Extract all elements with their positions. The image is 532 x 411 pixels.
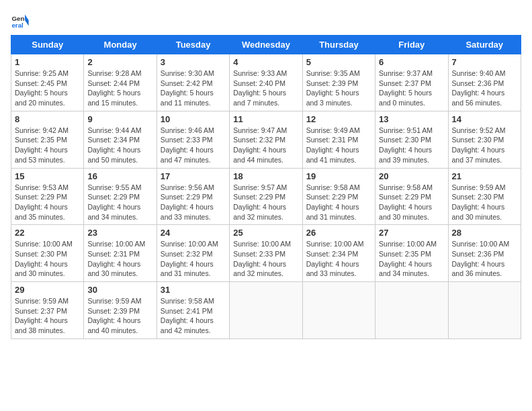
- day-info: Sunrise: 9:52 AM Sunset: 2:30 PM Dayligh…: [452, 126, 517, 165]
- day-info: Sunrise: 9:59 AM Sunset: 2:39 PM Dayligh…: [87, 296, 152, 336]
- calendar-cell: 1 Sunrise: 9:25 AM Sunset: 2:45 PM Dayli…: [11, 54, 84, 111]
- weekday-header-tuesday: Tuesday: [157, 36, 229, 54]
- day-number: 31: [161, 285, 226, 295]
- day-number: 30: [87, 285, 152, 295]
- day-number: 29: [15, 285, 80, 295]
- day-info: Sunrise: 9:42 AM Sunset: 2:35 PM Dayligh…: [15, 126, 80, 165]
- day-info: Sunrise: 9:56 AM Sunset: 2:29 PM Dayligh…: [161, 183, 226, 222]
- day-info: Sunrise: 10:00 AM Sunset: 2:36 PM Daylig…: [452, 239, 517, 279]
- day-info: Sunrise: 9:40 AM Sunset: 2:36 PM Dayligh…: [452, 68, 517, 108]
- calendar-cell: 27 Sunrise: 10:00 AM Sunset: 2:35 PM Day…: [375, 225, 448, 282]
- logo: Gen eral: [11, 11, 32, 30]
- calendar-cell: 29 Sunrise: 9:59 AM Sunset: 2:37 PM Dayl…: [11, 282, 84, 339]
- calendar-cell: [302, 282, 375, 339]
- calendar-cell: 17 Sunrise: 9:56 AM Sunset: 2:29 PM Dayl…: [157, 168, 229, 225]
- day-number: 11: [233, 114, 298, 124]
- weekday-header-friday: Friday: [375, 36, 448, 54]
- calendar-cell: [375, 282, 448, 339]
- calendar-table: SundayMondayTuesdayWednesdayThursdayFrid…: [11, 35, 521, 339]
- calendar-cell: 25 Sunrise: 10:00 AM Sunset: 2:33 PM Day…: [230, 225, 302, 282]
- day-info: Sunrise: 10:00 AM Sunset: 2:35 PM Daylig…: [379, 239, 444, 279]
- calendar-cell: 30 Sunrise: 9:59 AM Sunset: 2:39 PM Dayl…: [84, 282, 157, 339]
- day-number: 19: [306, 171, 371, 181]
- calendar-week-4: 22 Sunrise: 10:00 AM Sunset: 2:30 PM Day…: [11, 225, 521, 282]
- calendar-cell: 8 Sunrise: 9:42 AM Sunset: 2:35 PM Dayli…: [11, 111, 84, 168]
- day-number: 25: [233, 228, 298, 238]
- svg-marker-3: [25, 20, 29, 26]
- day-info: Sunrise: 9:58 AM Sunset: 2:29 PM Dayligh…: [379, 183, 444, 222]
- calendar-cell: 21 Sunrise: 9:59 AM Sunset: 2:30 PM Dayl…: [448, 168, 521, 225]
- weekday-header-wednesday: Wednesday: [230, 36, 302, 54]
- day-info: Sunrise: 9:37 AM Sunset: 2:37 PM Dayligh…: [379, 68, 444, 108]
- day-info: Sunrise: 9:58 AM Sunset: 2:41 PM Dayligh…: [161, 296, 226, 336]
- calendar-cell: 10 Sunrise: 9:46 AM Sunset: 2:33 PM Dayl…: [157, 111, 229, 168]
- day-info: Sunrise: 9:30 AM Sunset: 2:42 PM Dayligh…: [161, 68, 226, 108]
- calendar-week-3: 15 Sunrise: 9:53 AM Sunset: 2:29 PM Dayl…: [11, 168, 521, 225]
- calendar-week-1: 1 Sunrise: 9:25 AM Sunset: 2:45 PM Dayli…: [11, 54, 521, 111]
- calendar-cell: [448, 282, 521, 339]
- calendar-week-2: 8 Sunrise: 9:42 AM Sunset: 2:35 PM Dayli…: [11, 111, 521, 168]
- day-info: Sunrise: 9:47 AM Sunset: 2:32 PM Dayligh…: [233, 126, 298, 165]
- weekday-header-monday: Monday: [84, 36, 157, 54]
- day-number: 17: [161, 171, 226, 181]
- day-number: 22: [15, 228, 80, 238]
- day-number: 8: [15, 114, 80, 124]
- day-number: 13: [379, 114, 444, 124]
- calendar-cell: 20 Sunrise: 9:58 AM Sunset: 2:29 PM Dayl…: [375, 168, 448, 225]
- day-number: 14: [452, 114, 517, 124]
- day-number: 7: [452, 57, 517, 67]
- day-number: 26: [306, 228, 371, 238]
- day-number: 4: [233, 57, 298, 67]
- day-info: Sunrise: 10:00 AM Sunset: 2:30 PM Daylig…: [15, 239, 80, 279]
- calendar-cell: [230, 282, 302, 339]
- day-number: 16: [87, 171, 152, 181]
- day-number: 21: [452, 171, 517, 181]
- calendar-cell: 23 Sunrise: 10:00 AM Sunset: 2:31 PM Day…: [84, 225, 157, 282]
- day-info: Sunrise: 9:49 AM Sunset: 2:31 PM Dayligh…: [306, 126, 371, 165]
- calendar-cell: 11 Sunrise: 9:47 AM Sunset: 2:32 PM Dayl…: [230, 111, 302, 168]
- calendar-cell: 31 Sunrise: 9:58 AM Sunset: 2:41 PM Dayl…: [157, 282, 229, 339]
- calendar-cell: 26 Sunrise: 10:00 AM Sunset: 2:34 PM Day…: [302, 225, 375, 282]
- calendar-cell: 4 Sunrise: 9:33 AM Sunset: 2:40 PM Dayli…: [230, 54, 302, 111]
- day-info: Sunrise: 9:44 AM Sunset: 2:34 PM Dayligh…: [87, 126, 152, 165]
- day-info: Sunrise: 9:55 AM Sunset: 2:29 PM Dayligh…: [87, 183, 152, 222]
- day-number: 12: [306, 114, 371, 124]
- day-number: 27: [379, 228, 444, 238]
- day-info: Sunrise: 9:58 AM Sunset: 2:29 PM Dayligh…: [306, 183, 371, 222]
- calendar-cell: 14 Sunrise: 9:52 AM Sunset: 2:30 PM Dayl…: [448, 111, 521, 168]
- day-info: Sunrise: 9:35 AM Sunset: 2:39 PM Dayligh…: [306, 68, 371, 108]
- day-number: 24: [161, 228, 226, 238]
- calendar-cell: 24 Sunrise: 10:00 AM Sunset: 2:32 PM Day…: [157, 225, 229, 282]
- day-info: Sunrise: 10:00 AM Sunset: 2:31 PM Daylig…: [87, 239, 152, 279]
- day-number: 6: [379, 57, 444, 67]
- logo-icon: Gen eral: [11, 11, 30, 30]
- day-number: 3: [161, 57, 226, 67]
- calendar-cell: 28 Sunrise: 10:00 AM Sunset: 2:36 PM Day…: [448, 225, 521, 282]
- day-number: 9: [87, 114, 152, 124]
- calendar-cell: 9 Sunrise: 9:44 AM Sunset: 2:34 PM Dayli…: [84, 111, 157, 168]
- calendar-cell: 18 Sunrise: 9:57 AM Sunset: 2:29 PM Dayl…: [230, 168, 302, 225]
- day-number: 1: [15, 57, 80, 67]
- calendar-cell: 19 Sunrise: 9:58 AM Sunset: 2:29 PM Dayl…: [302, 168, 375, 225]
- header: Gen eral: [11, 11, 521, 30]
- calendar-cell: 5 Sunrise: 9:35 AM Sunset: 2:39 PM Dayli…: [302, 54, 375, 111]
- day-info: Sunrise: 9:59 AM Sunset: 2:30 PM Dayligh…: [452, 183, 517, 222]
- day-info: Sunrise: 9:46 AM Sunset: 2:33 PM Dayligh…: [161, 126, 226, 165]
- calendar-cell: 16 Sunrise: 9:55 AM Sunset: 2:29 PM Dayl…: [84, 168, 157, 225]
- day-info: Sunrise: 9:53 AM Sunset: 2:29 PM Dayligh…: [15, 183, 80, 222]
- day-number: 28: [452, 228, 517, 238]
- calendar-cell: 7 Sunrise: 9:40 AM Sunset: 2:36 PM Dayli…: [448, 54, 521, 111]
- day-number: 20: [379, 171, 444, 181]
- day-info: Sunrise: 9:25 AM Sunset: 2:45 PM Dayligh…: [15, 68, 80, 108]
- day-number: 5: [306, 57, 371, 67]
- day-info: Sunrise: 10:00 AM Sunset: 2:33 PM Daylig…: [233, 239, 298, 279]
- calendar-cell: 12 Sunrise: 9:49 AM Sunset: 2:31 PM Dayl…: [302, 111, 375, 168]
- calendar-cell: 13 Sunrise: 9:51 AM Sunset: 2:30 PM Dayl…: [375, 111, 448, 168]
- day-info: Sunrise: 9:33 AM Sunset: 2:40 PM Dayligh…: [233, 68, 298, 108]
- day-info: Sunrise: 10:00 AM Sunset: 2:34 PM Daylig…: [306, 239, 371, 279]
- day-info: Sunrise: 9:51 AM Sunset: 2:30 PM Dayligh…: [379, 126, 444, 165]
- weekday-header-thursday: Thursday: [302, 36, 375, 54]
- day-number: 15: [15, 171, 80, 181]
- day-number: 23: [87, 228, 152, 238]
- calendar-cell: 3 Sunrise: 9:30 AM Sunset: 2:42 PM Dayli…: [157, 54, 229, 111]
